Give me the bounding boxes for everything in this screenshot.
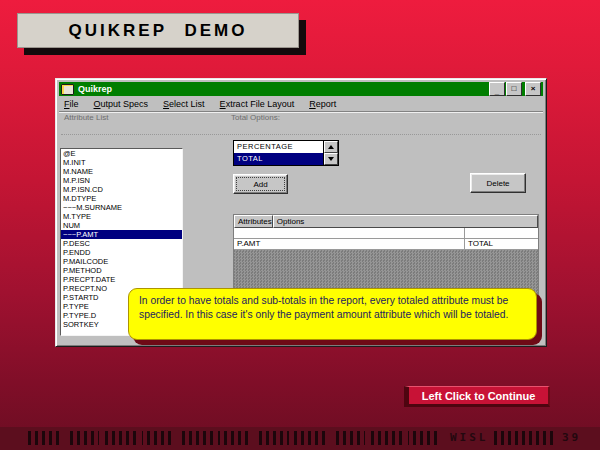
total-option-item[interactable]: TOTAL	[234, 153, 323, 165]
add-button[interactable]: Add	[233, 174, 288, 194]
arrow-up-icon	[328, 145, 334, 149]
footer-brand: WISL	[450, 431, 489, 444]
table-header-cell: Attributes	[234, 215, 273, 228]
footer-strip: WISL 39	[0, 427, 600, 450]
attribute-list-item[interactable]: M.P.ISN.CD	[61, 185, 182, 194]
attribute-list-item[interactable]: P.RECPT.DATE	[61, 275, 182, 284]
attribute-list-item[interactable]: ~~~P.AMT	[61, 230, 182, 239]
continue-button[interactable]: Left Click to Continue	[404, 386, 550, 407]
attribute-list-item[interactable]: M.INIT	[61, 158, 182, 167]
attribute-list-label: Attribute List	[64, 113, 108, 122]
delete-button[interactable]: Delete	[470, 173, 526, 193]
attribute-list-item[interactable]: P.DESC	[61, 239, 182, 248]
attribute-list-item[interactable]: M.TYPE	[61, 212, 182, 221]
table-row[interactable]	[234, 228, 538, 238]
attribute-list-item[interactable]: @E	[61, 149, 182, 158]
attribute-list-item[interactable]: P.METHOD	[61, 266, 182, 275]
table-cell-option: TOTAL	[464, 239, 538, 249]
section-divider	[61, 134, 541, 136]
slide-background: QUIKREP DEMO Quikrep _ □ × FileOutput Sp…	[0, 0, 600, 450]
minimize-button[interactable]: _	[489, 82, 505, 96]
table-cell-option	[464, 228, 538, 238]
arrow-down-icon	[328, 157, 334, 161]
table-cell-attribute	[234, 228, 464, 238]
attribute-list-item[interactable]: ~~~M.SURNAME	[61, 203, 182, 212]
totals-table-body: P.AMT TOTAL	[234, 228, 538, 250]
attribute-list-item[interactable]: P.MAILCODE	[61, 257, 182, 266]
attribute-list-item[interactable]: M.P.ISN	[61, 176, 182, 185]
menu-item[interactable]: Report	[309, 99, 336, 109]
attribute-list-item[interactable]: P.ENDD	[61, 248, 182, 257]
slide-title: QUIKREP DEMO	[69, 21, 248, 41]
total-options-list[interactable]: PERCENTAGETOTAL	[234, 141, 323, 165]
menu-item[interactable]: Output Specs	[94, 99, 149, 109]
footer-page-number: 39	[562, 431, 581, 444]
filmstrip-bars-right	[494, 431, 556, 445]
attribute-list-item[interactable]: M.NAME	[61, 167, 182, 176]
table-header-cell: Options	[273, 215, 538, 228]
instruction-callout: In order to have totals and sub-totals i…	[128, 288, 537, 340]
total-option-item[interactable]: PERCENTAGE	[234, 141, 323, 153]
table-cell-attribute: P.AMT	[234, 239, 464, 249]
window-title: Quikrep	[78, 84, 488, 94]
close-icon: ×	[531, 85, 536, 93]
combo-scrollbar[interactable]	[323, 141, 338, 165]
maximize-button[interactable]: □	[506, 82, 522, 96]
close-button[interactable]: ×	[525, 82, 541, 96]
maximize-icon: □	[512, 85, 517, 93]
scroll-down-button[interactable]	[324, 153, 338, 165]
filmstrip-bars-left	[28, 431, 444, 445]
menu-bar: FileOutput SpecsSelect ListExtract File …	[59, 96, 543, 112]
attribute-list-item[interactable]: NUM	[61, 221, 182, 230]
app-icon	[61, 84, 74, 95]
table-row[interactable]: P.AMT TOTAL	[234, 238, 538, 249]
attribute-list-item[interactable]: M.DTYPE	[61, 194, 182, 203]
totals-table-header: AttributesOptions	[234, 215, 538, 228]
menu-item[interactable]: Select List	[163, 99, 205, 109]
total-options-label: Total Options:	[231, 113, 280, 122]
scroll-up-button[interactable]	[324, 141, 338, 153]
menu-item[interactable]: Extract File Layout	[220, 99, 295, 109]
total-options-combo[interactable]: PERCENTAGETOTAL	[233, 140, 339, 166]
menu-item[interactable]: File	[64, 99, 79, 109]
minimize-icon: _	[495, 88, 499, 96]
window-titlebar[interactable]: Quikrep _ □ ×	[59, 82, 543, 96]
slide-title-banner: QUIKREP DEMO	[17, 13, 299, 48]
